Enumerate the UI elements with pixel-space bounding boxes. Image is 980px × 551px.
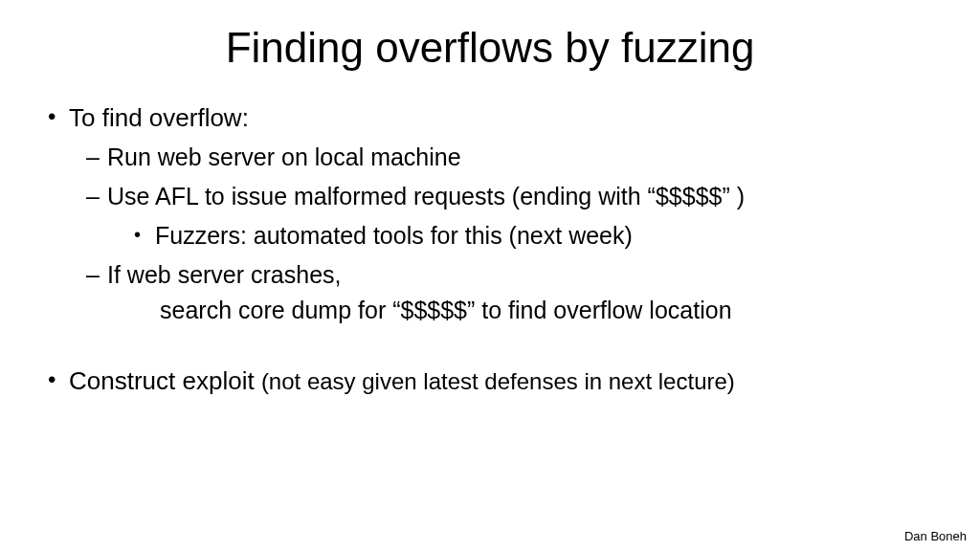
- bullet-text: To find overflow:: [69, 103, 249, 132]
- bullet-text: Use AFL to issue malformed requests (end…: [107, 183, 745, 209]
- bullet-fuzzers: Fuzzers: automated tools for this (next …: [134, 219, 942, 253]
- bullet-run-webserver: Run web server on local machine: [86, 141, 942, 174]
- bullet-text: If web server crashes,: [107, 261, 342, 288]
- bullet-to-find-overflow: To find overflow: Run web server on loca…: [48, 100, 942, 327]
- slide-content: To find overflow: Run web server on loca…: [38, 100, 942, 399]
- bullet-use-afl: Use AFL to issue malformed requests (end…: [86, 180, 942, 253]
- bullet-list-level1-second: Construct exploit (not easy given latest…: [38, 364, 942, 398]
- bullet-text: Construct exploit: [69, 366, 261, 395]
- slide-title: Finding overflows by fuzzing: [38, 24, 942, 72]
- bullet-list-level1: To find overflow: Run web server on loca…: [38, 100, 942, 327]
- slide: Finding overflows by fuzzing To find ove…: [0, 0, 980, 426]
- author-credit: Dan Boneh: [904, 529, 967, 543]
- bullet-list-level2: Run web server on local machine Use AFL …: [69, 141, 942, 327]
- bullet-search-coredump: search core dump for “$$$$$” to find ove…: [107, 294, 942, 327]
- bullet-if-crashes: If web server crashes, search core dump …: [86, 258, 942, 327]
- bullet-list-level3: Fuzzers: automated tools for this (next …: [107, 219, 942, 253]
- bullet-construct-exploit: Construct exploit (not easy given latest…: [48, 364, 942, 398]
- bullet-note: (not easy given latest defenses in next …: [261, 368, 735, 394]
- spacer: [38, 335, 942, 364]
